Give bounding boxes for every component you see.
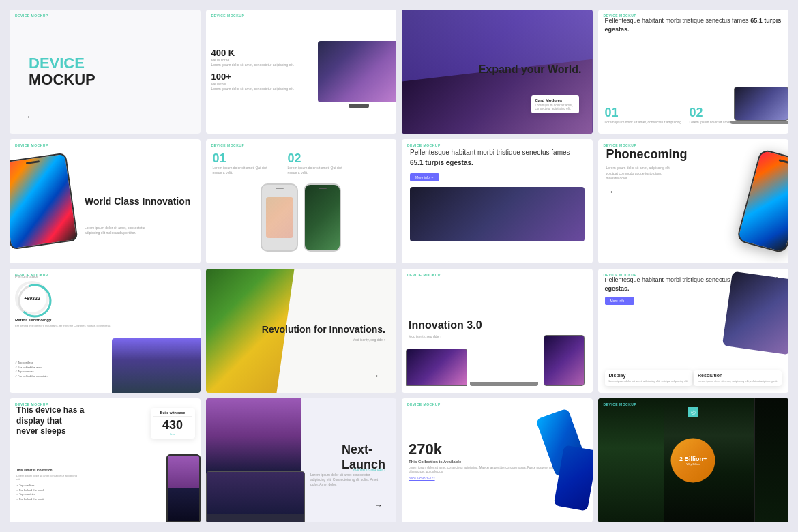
slide-pellentesque-display[interactable]: DEVICE MOCKUP Pellentesque habitant morb… xyxy=(598,269,789,393)
slide-next-launch[interactable]: DEVICE MOCKUP Next- Launch Mod iserity, … xyxy=(206,398,397,522)
slide-label: DEVICE MOCKUP xyxy=(407,402,441,407)
slide-label: DEVICE MOCKUP xyxy=(604,402,637,407)
slide-label: DEVICE MOCKUP xyxy=(604,273,637,277)
slide-label: DEVICE MOCKUP xyxy=(604,14,637,18)
rev-sub: Mod iserity, seg dde ↑ xyxy=(353,338,385,342)
slide-label: DEVICE MOCKUP xyxy=(211,143,245,147)
slide-device-mockup[interactable]: DEVICE MOCKUP DEVICE MOCKUP → xyxy=(10,10,201,134)
big-num: 270k xyxy=(409,441,442,458)
slide-pellentesque-1[interactable]: DEVICE MOCKUP Pellentesque habitant morb… xyxy=(598,10,789,134)
stat-400k: 400 K Value Three Lorem ipsum dolor sit … xyxy=(211,48,295,68)
tablet-illustration xyxy=(10,153,78,250)
monitor-illustration xyxy=(318,41,396,102)
stat-100: 100+ Value four Lorem ipsum dolor sit am… xyxy=(211,72,295,91)
phones-scatter xyxy=(518,398,593,522)
tree-left xyxy=(598,398,665,522)
innovation-desc: Lorem ipsum dolor sit amet, consectetur … xyxy=(85,226,153,235)
laptop-small xyxy=(734,87,788,124)
slide-label: DEVICE MOCKUP xyxy=(15,273,48,277)
slide-270k[interactable]: DEVICE MOCKUP 270k This Collection is Av… xyxy=(402,398,593,522)
slide-revolution[interactable]: DEVICE MOCKUP Revolution for Innovations… xyxy=(206,269,397,393)
slide-performance[interactable]: DEVICE MOCKUP Performance +89322 Retina … xyxy=(10,269,201,393)
phone-title: Phonecoming xyxy=(606,147,688,162)
devices-row xyxy=(402,335,593,386)
next-desc: Lorem ipsum dolor sit amet consectetur a… xyxy=(310,473,385,487)
card-module: Card Modules Lorem ipsum dolor sit amet,… xyxy=(531,95,579,113)
retina-sub: Far behind this the word mountains, far … xyxy=(15,324,111,328)
slide-label: DEVICE MOCKUP xyxy=(211,14,245,18)
more-info-btn[interactable]: More info → xyxy=(410,173,439,181)
link-text: place.1459876-123 xyxy=(409,477,435,480)
arrow-icon: → xyxy=(23,112,31,121)
pell-text: Pellentesque habitant morbi tristique se… xyxy=(605,16,782,33)
slide-grid: DEVICE MOCKUP DEVICE MOCKUP → DEVICE MOC… xyxy=(0,0,798,532)
slide-stats[interactable]: DEVICE MOCKUP 400 K Value Three Lorem ip… xyxy=(206,10,397,134)
phones-row xyxy=(261,183,341,252)
slide-label: DEVICE MOCKUP xyxy=(604,143,637,147)
phone-sub: Lorem ipsum dolor sit amet, adipiscing e… xyxy=(606,166,675,181)
more-info-btn-12[interactable]: More info → xyxy=(605,297,634,305)
bullet-list-13: This Tablet is Innovation Lorem ipsum do… xyxy=(16,469,78,502)
expand-title: Expand your World. xyxy=(479,63,582,76)
next-sub: Mod iserity, seg dde ↑ xyxy=(353,467,385,471)
num-header: 01 Lorem ipsum dolor sit amet. Qui sint … xyxy=(213,151,390,175)
slide-label: DEVICE MOCKUP xyxy=(407,273,441,277)
slide-phonecoming[interactable]: DEVICE MOCKUP Phonecoming Lorem ipsum do… xyxy=(598,139,789,263)
build-card: Build with ease 430 final xyxy=(151,408,195,439)
slide-label: DEVICE MOCKUP xyxy=(15,143,48,147)
circle-stat: +89322 xyxy=(15,281,49,315)
billion-badge: 2 Billion+ Why Billion xyxy=(671,439,715,483)
phone-dark xyxy=(754,398,788,522)
device-title: DEVICE MOCKUP xyxy=(29,55,95,88)
rev-title: Revolution for Innovations. xyxy=(262,323,385,336)
innov-title: Innovation 3.0 xyxy=(409,319,482,331)
monitor-big xyxy=(410,187,585,241)
rev-arrow: ← xyxy=(374,371,383,381)
arrow-btn: → xyxy=(606,187,615,196)
slide-innovation-3[interactable]: DEVICE MOCKUP Innovation 3.0 Mod iserity… xyxy=(402,269,593,393)
collection-text: This Collection is Available xyxy=(409,460,461,464)
phone-2 xyxy=(304,183,341,252)
pell-text-2: Pellentesque habitant morbi tristique se… xyxy=(410,147,585,168)
slide-label: DEVICE MOCKUP xyxy=(407,143,441,147)
app-icon: ◎ xyxy=(688,407,698,417)
slide-pellentesque-2[interactable]: DEVICE MOCKUP Pellentesque habitant morb… xyxy=(402,139,593,263)
slide-01-02[interactable]: DEVICE MOCKUP 01 Lorem ipsum dolor sit a… xyxy=(206,139,397,263)
slide-expand[interactable]: DEVICE MOCKUP Expand your World. Card Mo… xyxy=(402,10,593,134)
resolution-card: Resolution Lorem ipsum dolor sit amet, a… xyxy=(694,370,782,386)
mac-device xyxy=(206,471,305,522)
next-arrow: → xyxy=(374,501,383,510)
landscape-illustration xyxy=(112,338,201,393)
bullet-list: ✓ Top cordless ✓ Far behind the word ✓ T… xyxy=(15,361,47,379)
phone-1 xyxy=(261,183,298,252)
landscape-in-tablet xyxy=(166,454,201,522)
slide-2-billion[interactable]: DEVICE MOCKUP ◎ 2 Billion+ Why Billion xyxy=(598,398,789,522)
slide-label: DEVICE MOCKUP xyxy=(15,402,48,407)
display-card: Display Lorem ipsum dolor sit amet, adip… xyxy=(605,370,693,386)
innovation-title: World Class Innovation xyxy=(85,196,190,207)
tablet-back xyxy=(722,271,788,355)
slide-innovation[interactable]: DEVICE MOCKUP World Class Innovation Lor… xyxy=(10,139,201,263)
slide-never-sleeps[interactable]: DEVICE MOCKUP This device has a display … xyxy=(10,398,201,522)
never-title: This device has a display that never sle… xyxy=(16,405,85,437)
phone-illustration xyxy=(736,149,788,254)
slide-label: DEVICE MOCKUP xyxy=(15,14,48,18)
